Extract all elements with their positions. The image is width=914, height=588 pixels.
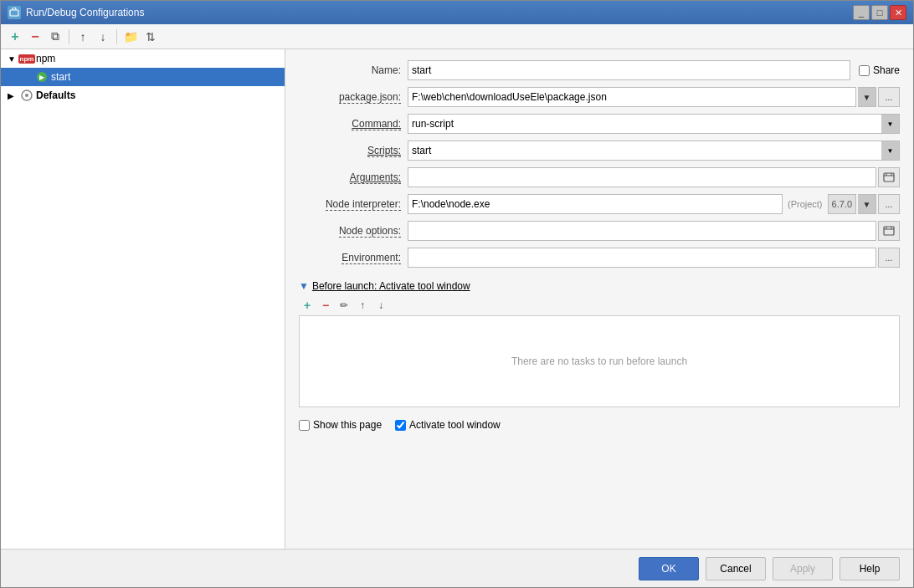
before-launch-up-button[interactable]: ↑ — [354, 297, 371, 314]
minus-icon: − — [31, 29, 39, 44]
bottom-checkboxes: Show this page Activate tool window — [299, 414, 900, 436]
node-interpreter-browse-button[interactable]: ... — [878, 194, 900, 214]
arguments-label: Arguments: — [299, 171, 408, 183]
sort-icon: ⇅ — [146, 30, 156, 43]
name-label: Name: — [299, 64, 408, 76]
activate-tool-checkbox[interactable] — [395, 420, 406, 431]
apply-button[interactable]: Apply — [773, 557, 833, 580]
before-launch-edit-button[interactable]: ✏ — [336, 297, 352, 314]
node-interpreter-row: Node interpreter: (Project) 6.7.0 ▼ ... — [299, 193, 900, 215]
tree-label-npm: npm — [36, 53, 55, 64]
environment-row: Environment: ... — [299, 247, 900, 268]
command-row: Command: run-script ▼ — [299, 113, 900, 135]
move-up-button[interactable]: ↑ — [74, 28, 92, 46]
package-json-row: package.json: ▼ ... — [299, 86, 900, 108]
tree-item-npm[interactable]: ▼ npm npm — [1, 49, 285, 68]
before-launch-toggle[interactable]: ▼ — [299, 280, 309, 292]
node-options-label: Node options: — [299, 225, 408, 237]
package-json-label: package.json: — [299, 91, 408, 103]
before-launch-down-button[interactable]: ↓ — [372, 297, 389, 314]
environment-label: Environment: — [299, 252, 408, 263]
expand-arrow-defaults: ▶ — [8, 91, 18, 100]
dialog-footer: OK Cancel Apply Help — [1, 549, 913, 587]
package-json-input[interactable] — [408, 87, 856, 107]
before-launch-toolbar: + − ✏ ↑ ↓ — [299, 295, 900, 315]
show-page-label: Show this page — [313, 419, 382, 431]
toolbar-separator-1 — [69, 29, 69, 44]
window-title: Run/Debug Configurations — [26, 7, 144, 18]
node-options-row: Node options: — [299, 220, 900, 242]
package-json-browse-button[interactable]: ... — [878, 87, 900, 107]
node-interpreter-label: Node interpreter: — [299, 198, 408, 210]
folder-icon: 📁 — [124, 30, 138, 43]
arguments-browse-button[interactable] — [878, 167, 900, 187]
plus-icon: + — [11, 29, 18, 44]
folder-button[interactable]: 📁 — [121, 28, 140, 46]
share-checkbox[interactable] — [859, 65, 870, 76]
close-button[interactable]: ✕ — [890, 5, 906, 20]
window-icon — [8, 6, 21, 19]
command-label: Command: — [299, 118, 408, 130]
scripts-select[interactable]: start — [408, 141, 900, 161]
tree-item-start[interactable]: ▶ start — [1, 68, 285, 86]
package-json-dropdown-button[interactable]: ▼ — [858, 87, 876, 107]
ok-button[interactable]: OK — [639, 557, 699, 580]
svg-point-2 — [25, 94, 28, 97]
show-page-checkbox-container[interactable]: Show this page — [299, 419, 382, 431]
svg-rect-4 — [884, 227, 894, 235]
name-row: Name: Share — [299, 59, 900, 81]
restore-button[interactable]: □ — [871, 5, 888, 20]
tree-item-defaults[interactable]: ▶ Defaults — [1, 86, 285, 105]
copy-config-button[interactable]: ⧉ — [46, 28, 64, 46]
title-bar: Run/Debug Configurations _ □ ✕ — [1, 1, 913, 24]
before-launch-header: ▼ Before launch: Activate tool window — [299, 274, 900, 295]
node-options-browse-button[interactable] — [878, 221, 900, 241]
remove-config-button[interactable]: − — [26, 28, 44, 46]
expand-arrow-npm: ▼ — [8, 54, 18, 64]
scripts-label: Scripts: — [299, 145, 408, 156]
up-icon: ↑ — [80, 30, 86, 43]
no-tasks-message: There are no tasks to run before launch — [511, 355, 687, 367]
share-checkbox-container[interactable]: Share — [859, 64, 900, 76]
node-interpreter-hint: (Project) — [784, 199, 826, 209]
node-options-input[interactable] — [408, 221, 876, 241]
toolbar: + − ⧉ ↑ ↓ 📁 ⇅ — [1, 24, 913, 49]
node-interpreter-dropdown-button[interactable]: ▼ — [858, 194, 876, 214]
help-button[interactable]: Help — [840, 557, 900, 580]
tree-label-start: start — [51, 71, 70, 83]
before-launch-label: Before launch: Activate tool window — [312, 280, 470, 292]
npm-icon: npm — [20, 52, 33, 65]
config-form: Name: Share package.json: ▼ — [285, 49, 913, 549]
activate-tool-label: Activate tool window — [409, 419, 501, 431]
tree-label-defaults: Defaults — [36, 89, 75, 101]
show-page-checkbox[interactable] — [299, 420, 310, 431]
run-config-icon: ▶ — [35, 70, 49, 84]
arguments-input[interactable] — [408, 167, 876, 187]
share-label: Share — [873, 64, 900, 76]
before-launch-remove-button[interactable]: − — [317, 297, 334, 314]
node-version-badge: 6.7.0 — [828, 194, 856, 214]
activate-tool-checkbox-container[interactable]: Activate tool window — [395, 419, 501, 431]
before-launch-add-button[interactable]: + — [299, 297, 316, 314]
copy-icon: ⧉ — [51, 29, 59, 43]
down-icon: ↓ — [100, 30, 106, 43]
environment-browse-button[interactable]: ... — [878, 248, 900, 268]
move-down-button[interactable]: ↓ — [94, 28, 112, 46]
svg-rect-0 — [10, 10, 18, 16]
scripts-row: Scripts: start ▼ — [299, 140, 900, 161]
node-interpreter-input[interactable] — [408, 194, 783, 214]
name-input[interactable] — [408, 60, 850, 80]
arguments-row: Arguments: — [299, 166, 900, 188]
add-config-button[interactable]: + — [6, 28, 24, 46]
defaults-icon — [20, 89, 33, 102]
command-select[interactable]: run-script — [408, 114, 900, 134]
svg-rect-3 — [884, 173, 894, 182]
sort-button[interactable]: ⇅ — [141, 28, 160, 46]
launch-tasks-area: There are no tasks to run before launch — [299, 315, 900, 407]
minimize-button[interactable]: _ — [853, 5, 870, 20]
environment-input[interactable] — [408, 248, 876, 268]
cancel-button[interactable]: Cancel — [706, 557, 766, 580]
toolbar-separator-2 — [116, 29, 117, 44]
config-tree: ▼ npm npm ▶ start ▶ Defaults — [1, 49, 285, 549]
